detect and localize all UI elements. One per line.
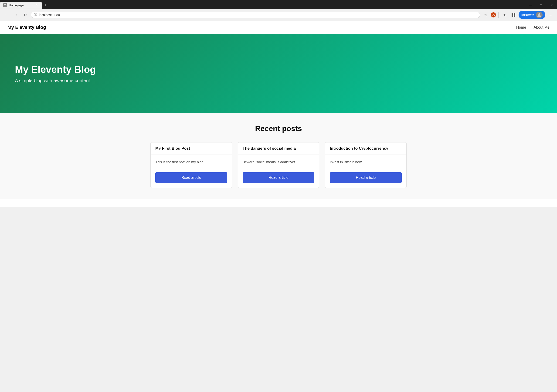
hero-title: My Eleventy Blog bbox=[15, 64, 542, 75]
favorites-icon[interactable]: ☆ bbox=[482, 11, 490, 19]
read-article-button-1[interactable]: Read article bbox=[155, 172, 227, 183]
svg-rect-1 bbox=[512, 13, 513, 15]
post-card-3-title: Introduction to Cryptocurrency bbox=[330, 146, 402, 151]
divider bbox=[498, 12, 499, 18]
post-card-3-body: Invest in Bitcoin now! bbox=[325, 155, 406, 170]
site-nav: Home About Me bbox=[516, 25, 549, 30]
browser-tab[interactable]: Homepage ✕ bbox=[0, 2, 42, 9]
post-card-1-excerpt: This is the first post on my blog bbox=[155, 159, 227, 165]
title-bar: Homepage ✕ + — □ ✕ bbox=[0, 0, 557, 9]
hero-section: My Eleventy Blog A simple blog with awes… bbox=[0, 34, 557, 113]
maximize-button[interactable]: □ bbox=[536, 1, 546, 9]
shield-icon[interactable]: 𝠠 bbox=[491, 12, 496, 17]
site-navbar: My Eleventy Blog Home About Me bbox=[0, 21, 557, 34]
post-card-2: The dangers of social media Beware, soci… bbox=[238, 142, 319, 188]
user-avatar bbox=[536, 12, 542, 18]
security-icon: ⓘ bbox=[34, 13, 37, 17]
read-article-button-2[interactable]: Read article bbox=[243, 172, 315, 183]
svg-point-5 bbox=[538, 13, 540, 15]
website-content: My Eleventy Blog Home About Me My Eleven… bbox=[0, 21, 557, 207]
post-card-2-header: The dangers of social media bbox=[238, 142, 319, 155]
nav-home-link[interactable]: Home bbox=[516, 25, 526, 30]
svg-rect-3 bbox=[512, 15, 513, 17]
address-bar[interactable]: ⓘ localhost:8080 bbox=[31, 12, 480, 18]
post-card-3-header: Introduction to Cryptocurrency bbox=[325, 142, 406, 155]
post-card-1: My First Blog Post This is the first pos… bbox=[150, 142, 232, 188]
post-card-2-title: The dangers of social media bbox=[243, 146, 315, 151]
nav-about-link[interactable]: About Me bbox=[534, 25, 549, 30]
post-card-1-header: My First Blog Post bbox=[151, 142, 232, 155]
recent-posts-title: Recent posts bbox=[8, 124, 549, 133]
post-card-3: Introduction to Cryptocurrency Invest in… bbox=[325, 142, 407, 188]
post-card-3-excerpt: Invest in Bitcoin now! bbox=[330, 159, 402, 165]
forward-button[interactable]: → bbox=[12, 11, 20, 19]
browser-frame: Homepage ✕ + — □ ✕ ← → ↻ ⓘ localhost:808… bbox=[0, 0, 557, 21]
post-card-3-footer: Read article bbox=[325, 170, 406, 188]
browser-toolbar: ← → ↻ ⓘ localhost:8080 ☆ 𝠠 ★ InPrivate ⋯ bbox=[0, 9, 557, 21]
post-card-1-footer: Read article bbox=[151, 170, 232, 188]
site-logo: My Eleventy Blog bbox=[8, 25, 46, 30]
back-button[interactable]: ← bbox=[3, 11, 10, 19]
tab-favicon bbox=[3, 3, 7, 7]
refresh-button[interactable]: ↻ bbox=[21, 11, 29, 19]
main-content: Recent posts My First Blog Post This is … bbox=[0, 113, 557, 199]
window-controls: — □ ✕ bbox=[525, 1, 557, 9]
post-card-2-footer: Read article bbox=[238, 170, 319, 188]
post-card-1-body: This is the first post on my blog bbox=[151, 155, 232, 170]
close-button[interactable]: ✕ bbox=[546, 1, 557, 9]
inprivate-button[interactable]: InPrivate bbox=[519, 11, 545, 19]
post-card-1-title: My First Blog Post bbox=[155, 146, 227, 151]
more-button[interactable]: ⋯ bbox=[547, 11, 554, 19]
posts-grid: My First Blog Post This is the first pos… bbox=[150, 142, 407, 188]
url-text: localhost:8080 bbox=[39, 13, 477, 17]
post-card-2-excerpt: Beware, social media is addictive! bbox=[243, 159, 315, 165]
hero-subtitle: A simple blog with awesome content bbox=[15, 78, 542, 83]
inprivate-label: InPrivate bbox=[521, 13, 534, 17]
post-card-2-body: Beware, social media is addictive! bbox=[238, 155, 319, 170]
collections-icon[interactable] bbox=[510, 11, 517, 19]
tab-title: Homepage bbox=[9, 3, 33, 7]
read-article-button-3[interactable]: Read article bbox=[330, 172, 402, 183]
minimize-button[interactable]: — bbox=[525, 1, 536, 9]
svg-rect-2 bbox=[514, 13, 515, 15]
svg-rect-4 bbox=[514, 15, 515, 17]
star-icon[interactable]: ★ bbox=[501, 11, 508, 19]
tab-close-button[interactable]: ✕ bbox=[34, 3, 39, 7]
new-tab-button[interactable]: + bbox=[42, 1, 49, 9]
toolbar-actions: ☆ 𝠠 ★ InPrivate ⋯ bbox=[482, 11, 554, 19]
